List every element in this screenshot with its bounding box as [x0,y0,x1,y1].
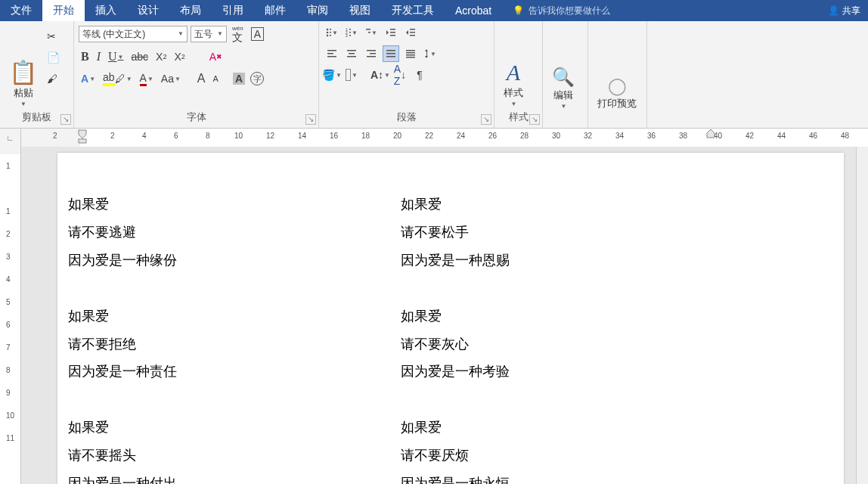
paste-button[interactable]: 📋 粘贴 ▼ [5,24,42,109]
subscript-button[interactable]: X2 [153,49,169,64]
page[interactable]: 如果爱 请不要逃避 因为爱是一种缘份 如果爱 请不要拒绝 因为爱是一种责任 如果… [57,153,844,484]
sort-button[interactable]: AZ↓ [392,67,408,83]
underline-button[interactable]: U▼ [106,48,126,65]
align-justify-button[interactable] [383,45,399,62]
svg-rect-23 [327,56,336,57]
borders-button[interactable]: ▼ [343,67,360,83]
ruler-tick: 2 [110,132,115,140]
font-name-select[interactable]: 等线 (中文正文)▼ [79,26,188,42]
align-right-icon [366,48,377,59]
editing-button[interactable]: 🔍 编辑 ▼ [547,24,579,111]
clipboard-launcher[interactable]: ↘ [60,114,71,125]
ruler-tick: 12 [266,132,274,140]
ruler-tick: 10 [234,132,243,140]
svg-point-0 [327,29,329,31]
change-case-button[interactable]: Aa▼ [159,71,183,86]
clear-formatting-button[interactable]: A✖ [207,49,225,64]
svg-rect-41 [79,139,86,143]
paragraph-launcher[interactable]: ↘ [481,114,491,125]
tell-me-box[interactable]: 💡 告诉我你想要做什么 [502,0,820,21]
clipboard-icon: 📋 [9,59,37,85]
align-justify-icon [386,48,396,59]
svg-rect-25 [349,53,355,54]
font-size-select[interactable]: 五号▼ [191,26,227,42]
tab-selector[interactable]: ∟ [0,129,21,147]
ruler-tick: 14 [298,132,306,140]
font-color-button[interactable]: A▼ [138,70,156,88]
left-indent-marker[interactable] [78,129,85,136]
tab-file[interactable]: 文件 [0,0,42,21]
ruler-tick: 16 [330,132,338,140]
right-indent-marker[interactable] [706,129,714,136]
vertical-scrollbar[interactable] [856,147,868,484]
text-line: 如果爱 [401,414,723,442]
styles-launcher[interactable]: ↘ [529,114,540,125]
align-left-button[interactable] [324,45,340,62]
group-editing-label [547,111,583,126]
outdent-icon [386,27,396,38]
highlight-button[interactable]: ab🖊▼ [101,70,135,88]
tab-layout[interactable]: 布局 [169,0,212,21]
enclose-char-button[interactable]: 字 [248,70,266,87]
text-effects-button[interactable]: A▼ [79,71,98,86]
svg-rect-31 [386,53,395,54]
superscript-button[interactable]: X2 [172,49,187,64]
tab-mailings[interactable]: 邮件 [254,0,296,21]
tab-view[interactable]: 视图 [339,0,381,21]
format-painter-button[interactable]: 🖌 [45,71,62,86]
ruler-horizontal[interactable]: ∟ 2 2 4 6 8 10 12 14 16 18 20 22 24 26 2… [0,129,868,147]
print-preview-button[interactable]: ◯ 打印预览 [593,24,641,111]
text-direction-icon: A [370,69,378,81]
align-distributed-button[interactable] [402,45,419,62]
shrink-font-button[interactable]: A [211,73,221,85]
svg-rect-5 [330,35,331,36]
svg-rect-19 [410,32,415,33]
text-line: 请不要松手 [401,219,723,247]
multilevel-list-button[interactable]: ▼ [363,24,380,41]
font-name-value: 等线 (中文正文) [82,26,145,42]
char-shading-button[interactable]: A [233,73,245,85]
strikethrough-button[interactable]: abc [129,49,150,64]
share-button[interactable]: 👤 共享 [820,0,868,21]
ruler-vertical[interactable]: 1 1 2 3 4 5 6 7 8 9 10 11 [0,147,21,484]
numbering-button[interactable]: 123▼ [343,24,360,41]
copy-icon: 📄 [47,51,60,64]
tab-references[interactable]: 引用 [212,0,254,21]
svg-text:3: 3 [346,33,348,38]
vruler-tick: 1 [6,207,11,216]
increase-indent-button[interactable] [402,24,419,41]
italic-button[interactable]: I [95,48,103,65]
bullets-button[interactable]: ▼ [324,24,340,41]
tab-acrobat[interactable]: Acrobat [445,0,502,21]
editing-label: 编辑 [553,89,573,101]
text-column-right[interactable]: 如果爱 请不要松手 因为爱是一种恩赐 如果爱 请不要灰心 因为爱是一种考验 如果… [390,191,723,484]
text-direction-button[interactable]: A↕▼ [372,67,389,83]
font-launcher[interactable]: ↘ [305,114,316,125]
ruler-tick: 42 [746,132,754,140]
align-center-button[interactable] [343,45,360,62]
cut-button[interactable]: ✂ [45,29,62,44]
styles-button[interactable]: A 样式 ▼ [499,24,528,109]
tab-design[interactable]: 设计 [127,0,169,21]
phonetic-guide-button[interactable]: wén文 [230,24,246,44]
svg-rect-30 [386,50,395,51]
line-spacing-button[interactable]: ▼ [422,45,439,62]
ruler-tick: 48 [841,132,849,140]
chevron-down-icon: ▼ [561,103,567,110]
align-right-button[interactable] [363,45,380,62]
tab-insert[interactable]: 插入 [85,0,127,21]
grow-font-button[interactable]: A [195,70,208,87]
tab-review[interactable]: 审阅 [296,0,339,21]
bold-button[interactable]: B [79,48,91,65]
tab-developer[interactable]: 开发工具 [381,0,445,21]
copy-button[interactable]: 📄 [45,50,62,65]
group-font: 等线 (中文正文)▼ 五号▼ wén文 A B I U▼ abc X2 X2 A… [74,21,319,128]
svg-rect-33 [406,50,415,51]
text-column-left[interactable]: 如果爱 请不要逃避 因为爱是一种缘份 如果爱 请不要拒绝 因为爱是一种责任 如果… [57,191,390,484]
text-line: 请不要拒绝 [68,330,390,358]
show-marks-button[interactable]: ¶ [411,67,428,83]
decrease-indent-button[interactable] [383,24,399,41]
tab-home[interactable]: 开始 [42,0,85,21]
character-border-button[interactable]: A [249,26,266,42]
shading-button[interactable]: 🪣▼ [324,67,340,83]
